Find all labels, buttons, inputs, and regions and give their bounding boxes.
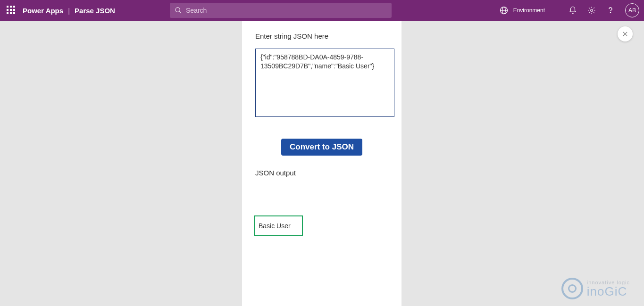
output-value-box: Basic User <box>254 215 303 236</box>
svg-point-0 <box>176 8 180 12</box>
page-name: Parse JSON <box>75 7 115 15</box>
app-name: Power Apps <box>23 7 63 15</box>
app-launcher-icon[interactable] <box>7 6 16 15</box>
header-actions: AB <box>569 0 639 21</box>
input-label: Enter string JSON here <box>255 32 388 40</box>
svg-line-1 <box>179 11 181 13</box>
watermark-icon <box>561 278 583 299</box>
app-title: Power Apps | Parse JSON <box>23 7 115 15</box>
help-icon[interactable] <box>606 6 615 15</box>
environment-label: Environment <box>513 7 545 14</box>
watermark-line2: inoGiC <box>587 285 630 298</box>
search-input[interactable] <box>186 7 387 14</box>
close-icon <box>622 31 628 37</box>
title-separator: | <box>68 7 70 15</box>
search-icon <box>175 7 182 14</box>
watermark-logo: innovative logic inoGiC <box>561 278 630 299</box>
svg-point-5 <box>591 9 593 12</box>
app-header: Power Apps | Parse JSON Environment AB <box>0 0 644 21</box>
json-input[interactable] <box>255 49 394 117</box>
output-label: JSON output <box>255 169 388 177</box>
search-box[interactable] <box>170 3 392 18</box>
watermark-text: innovative logic inoGiC <box>587 280 630 298</box>
app-card: Enter string JSON here Convert to JSON J… <box>242 21 401 306</box>
user-avatar[interactable]: AB <box>625 3 639 17</box>
gear-icon[interactable] <box>587 6 596 15</box>
svg-point-6 <box>610 12 611 13</box>
globe-icon <box>499 6 509 15</box>
output-value: Basic User <box>259 222 291 230</box>
close-button[interactable] <box>618 26 633 41</box>
environment-picker[interactable]: Environment <box>499 0 545 21</box>
convert-button[interactable]: Convert to JSON <box>281 139 362 156</box>
avatar-initials: AB <box>628 7 636 14</box>
bell-icon[interactable] <box>569 6 577 15</box>
